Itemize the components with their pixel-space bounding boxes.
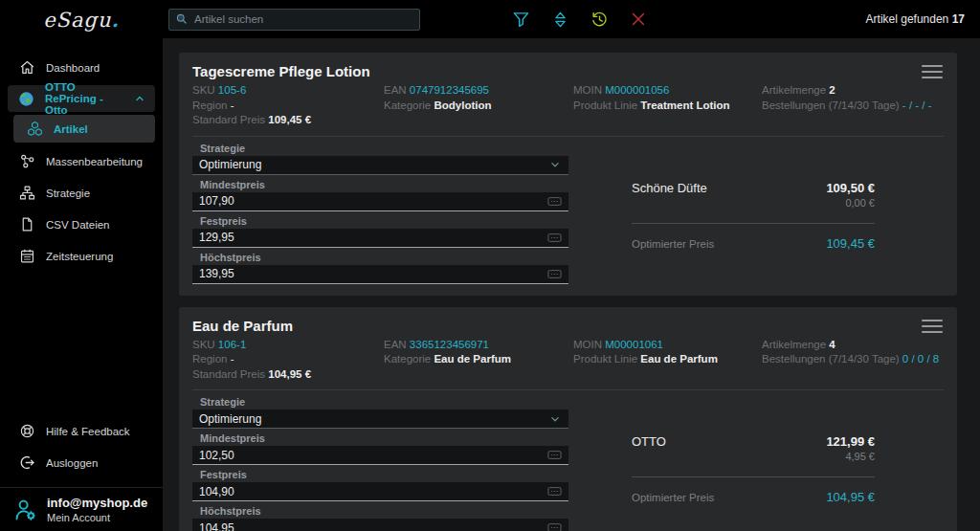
standard-preis-value: 104,95 € — [268, 368, 311, 380]
sort-icon[interactable] — [551, 11, 569, 29]
logo-dot: . — [112, 8, 120, 32]
festpreis-label: Festpreis — [200, 469, 568, 480]
optimierter-preis-value: 104,95 € — [826, 490, 875, 504]
mindestpreis-label: Mindestpreis — [200, 432, 568, 444]
region-label: Region — [192, 100, 227, 111]
file-icon — [18, 216, 35, 232]
sidebar-item-label: Strategie — [46, 188, 90, 199]
bestellungen-value: 0 / 0 / 8 — [902, 353, 939, 365]
strategie-value: Optimierung — [199, 412, 261, 426]
keypad-icon — [547, 197, 562, 206]
ean-value: 0747912345695 — [410, 84, 489, 96]
logo-text: eSagu — [43, 9, 111, 32]
sidebar-item-strategie[interactable]: Strategie — [0, 177, 163, 209]
produkt-linie-label: Produkt Linie — [573, 100, 637, 111]
keypad-icon — [547, 233, 562, 242]
card-menu-icon[interactable] — [922, 65, 943, 78]
article-card: Eau de Parfum SKU 106-1 Region - Standar… — [179, 307, 957, 531]
strategie-select[interactable]: Optimierung — [192, 156, 568, 175]
card-menu-icon[interactable] — [922, 320, 943, 333]
hoechstpreis-input[interactable] — [199, 521, 547, 531]
sidebar-item-hilfe-feedback[interactable]: Hilfe & Feedback — [0, 415, 163, 447]
divider — [632, 476, 875, 477]
sidebar-item-otto-repricing[interactable]: OTTO RePricing - Otto — [8, 85, 155, 112]
article-title: Tagescreme Pflege Lotion — [192, 64, 944, 79]
cubes-icon — [26, 121, 43, 137]
keypad-icon — [547, 523, 562, 531]
keypad-icon — [547, 270, 562, 278]
sidebar-item-label: Massenbearbeitung — [46, 156, 143, 167]
price-form: Strategie Optimierung Mindestpreis — [192, 141, 568, 288]
strategie-value: Optimierung — [199, 158, 261, 171]
kategorie-value: Bodylotion — [434, 100, 491, 111]
search-input[interactable] — [194, 13, 413, 25]
festpreis-input[interactable] — [199, 485, 547, 498]
app-window: eSagu. Artikel gefunden 17 — [0, 0, 980, 531]
kategorie-label: Kategorie — [384, 100, 431, 111]
history-icon[interactable] — [590, 11, 609, 29]
competitor-name: Schöne Düfte — [632, 181, 707, 195]
competitor-price: 121,99 € — [826, 434, 875, 449]
ean-label: EAN — [384, 84, 407, 96]
nodes-icon — [18, 153, 35, 169]
keypad-icon — [547, 487, 562, 496]
globe-icon — [18, 91, 34, 107]
hoechstpreis-label: Höchstpreis — [200, 505, 568, 517]
strategie-select[interactable]: Optimierung — [192, 409, 568, 429]
optimierter-preis-label: Optimierter Preis — [632, 238, 714, 250]
sidebar-item-ausloggen[interactable]: Ausloggen — [0, 447, 163, 478]
standard-preis-label: Standard Preis — [192, 368, 265, 380]
sidebar-item-label: Zeitsteuerung — [46, 251, 113, 262]
competitor-shipping: 0,00 € — [632, 197, 875, 209]
sku-value: 106-1 — [218, 339, 246, 350]
sidebar-item-dashboard[interactable]: Dashboard — [0, 52, 163, 83]
home-icon — [18, 59, 35, 76]
sku-label: SKU — [192, 339, 215, 350]
sidebar-item-massenbearbeitung[interactable]: Massenbearbeitung — [0, 145, 163, 177]
clear-icon[interactable] — [630, 11, 647, 28]
moin-value: M000001056 — [605, 84, 669, 96]
competitor-price-panel: Schöne Düfte 109,50 € 0,00 € Optimierter… — [632, 141, 875, 288]
produkt-linie-label: Produkt Linie — [573, 353, 637, 365]
account-button[interactable]: info@myshop.de Mein Account — [0, 487, 163, 531]
festpreis-input[interactable] — [199, 231, 547, 244]
topbar: eSagu. Artikel gefunden 17 — [0, 0, 980, 38]
article-list: Tagescreme Pflege Lotion SKU 105-6 Regio… — [163, 38, 980, 531]
filter-icon[interactable] — [512, 11, 530, 29]
sidebar-item-csv-dateien[interactable]: CSV Dateien — [0, 209, 163, 240]
sidebar: Dashboard OTTO RePricing - Otto Artikel — [0, 38, 163, 531]
artikelmenge-label: Artikelmenge — [762, 339, 826, 350]
chevron-up-icon — [134, 93, 145, 104]
sku-value: 105-6 — [218, 84, 246, 96]
kategorie-value: Eau de Parfum — [434, 353, 511, 365]
search-box[interactable] — [168, 9, 420, 31]
divider — [632, 223, 875, 224]
account-label: Mein Account — [47, 512, 147, 523]
hoechstpreis-input[interactable] — [199, 267, 547, 280]
sidebar-item-zeitsteuerung[interactable]: Zeitsteuerung — [0, 240, 163, 272]
sidebar-item-label: OTTO RePricing - Otto — [45, 81, 123, 116]
kategorie-label: Kategorie — [384, 353, 431, 365]
sidebar-item-label: Ausloggen — [46, 457, 98, 469]
region-label: Region — [192, 353, 227, 365]
optimierter-preis-value: 109,45 € — [826, 236, 875, 251]
mindestpreis-input[interactable] — [199, 194, 547, 208]
produkt-linie-value: Eau de Parfum — [640, 353, 718, 365]
mindestpreis-input[interactable] — [199, 449, 547, 462]
strategie-label: Strategie — [200, 143, 568, 154]
ean-value: 3365123456971 — [410, 339, 489, 350]
competitor-price-panel: OTTO 121,99 € 4,95 € Optimierter Preis 1… — [632, 394, 875, 531]
artikelmenge-value: 4 — [829, 339, 835, 350]
sidebar-item-label: Hilfe & Feedback — [46, 426, 130, 437]
artikelmenge-label: Artikelmenge — [762, 84, 826, 96]
logo: eSagu. — [0, 8, 163, 32]
sidebar-item-label: Artikel — [54, 123, 88, 135]
user-gear-icon — [13, 498, 38, 522]
sidebar-item-artikel[interactable]: Artikel — [13, 115, 155, 143]
account-email: info@myshop.de — [47, 496, 147, 510]
toolbar-icons — [512, 11, 647, 29]
calendar-icon — [18, 248, 35, 264]
strategie-label: Strategie — [200, 396, 568, 408]
logout-icon — [18, 454, 35, 471]
hoechstpreis-label: Höchstpreis — [200, 252, 568, 263]
